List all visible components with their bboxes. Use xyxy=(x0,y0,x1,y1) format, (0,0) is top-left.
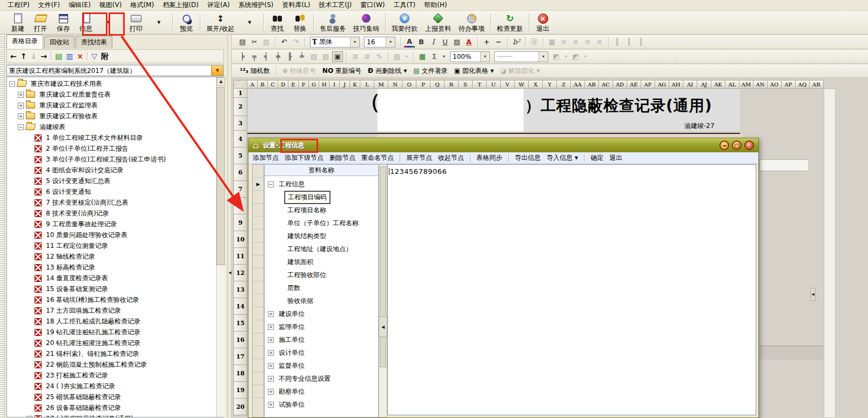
info-tree-item[interactable]: +试验单位 xyxy=(265,398,378,411)
tab-form-directory[interactable]: 表格目录 xyxy=(6,35,43,49)
close-button[interactable] xyxy=(744,140,754,150)
attachment-icon[interactable]: 附 xyxy=(101,52,109,60)
column-header[interactable]: L xyxy=(360,80,374,89)
expander-icon[interactable]: + xyxy=(268,337,274,343)
info-tree-item[interactable]: +施工单位 xyxy=(265,333,378,346)
column-header[interactable]: N xyxy=(388,80,402,89)
dialog-toolbar-button[interactable]: 添加下级节点 xyxy=(285,153,324,163)
find-button[interactable]: 查找 xyxy=(266,11,288,34)
upload-button[interactable]: 上报资料 xyxy=(421,11,455,34)
left-splitter[interactable]: ◀ xyxy=(227,35,232,418)
info-tree-item[interactable]: 工程项目编码 xyxy=(265,191,378,204)
border-1-dropdown-icon[interactable]: ▾ xyxy=(563,51,569,62)
scrollbar-thumb[interactable] xyxy=(380,166,386,367)
dropdown-arrow-icon[interactable]: ▼ xyxy=(490,69,494,73)
tree-item[interactable]: 20 钻孔灌注桩灌注施工检查记录 xyxy=(7,338,223,348)
tree-item[interactable]: 16 基础坑(槽)施工检查验收记录 xyxy=(7,294,223,305)
service-button[interactable]: 售后服务 xyxy=(316,11,349,34)
column-header[interactable]: AB xyxy=(585,80,599,89)
tree-item[interactable]: 9 工程质量事故处理记录 xyxy=(7,219,223,230)
bold-icon[interactable]: B xyxy=(416,37,427,48)
eraser-icon[interactable]: ✎ xyxy=(374,51,385,62)
insert-col-left-icon[interactable]: ╞ xyxy=(237,51,248,62)
column-header[interactable]: A xyxy=(247,80,258,89)
dialog-toolbar-button[interactable]: 删除节点 xyxy=(329,153,355,163)
column-header[interactable]: AI xyxy=(683,80,697,89)
info-tree-item[interactable]: +监督单位 xyxy=(265,359,378,372)
menu-item[interactable]: 格式(M) xyxy=(126,0,158,11)
solidify-table-button[interactable]: ▣固化表格▼ xyxy=(452,65,497,76)
dropdown-arrow-icon[interactable]: ▼ xyxy=(403,69,407,73)
tree-item[interactable]: 4 图纸会审和设计交底记录 xyxy=(7,165,223,176)
info-tree-item[interactable]: +勘察单位 xyxy=(265,385,378,398)
row-header[interactable]: 6 xyxy=(233,164,247,181)
row-header[interactable]: 14 xyxy=(233,298,247,315)
menu-item[interactable]: 编辑(E) xyxy=(64,0,95,11)
expander-icon[interactable]: + xyxy=(268,311,274,317)
menu-item[interactable]: 工具(T) xyxy=(389,0,420,11)
superscript-icon[interactable]: b² xyxy=(511,37,522,48)
system-select[interactable]: 重庆建设工程档案编制系统2017（建筑版） ▼ xyxy=(6,65,224,76)
zoom-select[interactable]: 100%▾ xyxy=(450,51,490,62)
column-header[interactable]: D xyxy=(278,80,288,89)
column-header[interactable]: AD xyxy=(613,80,627,89)
pattern-2-icon[interactable]: ▧ xyxy=(320,51,331,62)
info-tree-item[interactable]: −工程信息 xyxy=(265,178,378,191)
row-header[interactable]: 13 xyxy=(233,281,247,298)
column-header[interactable]: AE xyxy=(627,80,641,89)
dialog-toolbar-button[interactable]: 确定 xyxy=(590,153,603,163)
random-number-button[interactable]: ¹²₃随机数 xyxy=(237,65,273,76)
column-header[interactable]: AN xyxy=(753,80,768,89)
tab-search-results[interactable]: 查找结果 xyxy=(76,36,112,49)
dock-grip[interactable] xyxy=(0,35,5,418)
dropdown-arrow-icon[interactable]: ▾ xyxy=(386,37,395,47)
distribute-3-icon[interactable]: ║ xyxy=(636,37,647,48)
unsolidify-button[interactable]: ◪解除固化▼ xyxy=(497,65,543,76)
tree-item[interactable]: 26 设备基础隐蔽检查记录 xyxy=(7,402,223,413)
column-header[interactable]: AH xyxy=(669,80,683,89)
column-header[interactable]: AM xyxy=(739,80,753,89)
row-header[interactable]: 5 xyxy=(233,147,247,164)
add-form-icon[interactable]: ▤ xyxy=(55,52,62,60)
tree-item[interactable]: −27 ( )工程隐蔽检查记录(通用) xyxy=(7,413,223,417)
column-header[interactable]: Z xyxy=(557,80,571,89)
expander-icon[interactable]: + xyxy=(18,113,24,119)
menu-item[interactable]: 文件(F) xyxy=(34,0,64,11)
tree-item[interactable]: 15 设备基础复测记录 xyxy=(7,284,223,294)
info-tree-item[interactable]: 验收依据 xyxy=(265,294,378,307)
delete-row-icon[interactable]: ╧ xyxy=(297,51,307,62)
fill-dropdown-icon[interactable]: ▾ xyxy=(403,51,410,62)
align-center-icon[interactable]: ≡ xyxy=(570,37,581,48)
info-tree-item[interactable]: +设计单位 xyxy=(265,346,378,359)
column-header[interactable]: Q xyxy=(430,80,445,89)
row-header[interactable]: 9 xyxy=(233,214,247,231)
renumber-button[interactable]: NO重新编号 xyxy=(320,65,364,76)
expander-icon[interactable]: + xyxy=(268,363,274,369)
todo-button[interactable]: 待办事项 xyxy=(455,11,488,34)
minimize-button[interactable] xyxy=(719,140,729,150)
tab-recycle-bin[interactable]: 回收站 xyxy=(44,36,75,49)
row-header[interactable]: 4 xyxy=(233,131,247,147)
forward-arrow-icon[interactable]: → xyxy=(41,52,47,60)
new-button[interactable]: 新建 xyxy=(6,11,29,34)
menu-item[interactable]: 帮助(H) xyxy=(420,0,451,11)
info-tree-item[interactable]: 建筑结构类型 xyxy=(265,230,378,242)
menu-item[interactable]: 评定(A) xyxy=(203,0,234,11)
column-header[interactable]: U xyxy=(487,80,501,89)
distribute-1-icon[interactable]: ║ xyxy=(612,37,623,48)
align-right-icon[interactable]: ≡ xyxy=(582,37,593,48)
row-header[interactable]: 7 xyxy=(233,181,247,198)
expander-icon[interactable]: + xyxy=(268,389,274,395)
row-header[interactable]: 19 xyxy=(233,382,247,399)
tree-item[interactable]: 11 工程定位测量记录 xyxy=(7,240,223,251)
row-header[interactable]: 20 xyxy=(233,399,247,415)
tree-item[interactable]: +重庆建设工程监理表 xyxy=(7,100,223,111)
scrollbar-thumb[interactable] xyxy=(217,87,225,265)
tree-item[interactable]: −渝建竣表 xyxy=(7,122,223,132)
row-header[interactable]: 15 xyxy=(233,315,247,332)
column-header[interactable]: I xyxy=(329,80,340,89)
row-header[interactable]: 17 xyxy=(233,348,247,365)
line-style-select[interactable]: ────▾ xyxy=(494,51,548,62)
column-header[interactable]: AG xyxy=(655,80,669,89)
dialog-toolbar-button[interactable]: 表格同步 xyxy=(476,153,502,163)
